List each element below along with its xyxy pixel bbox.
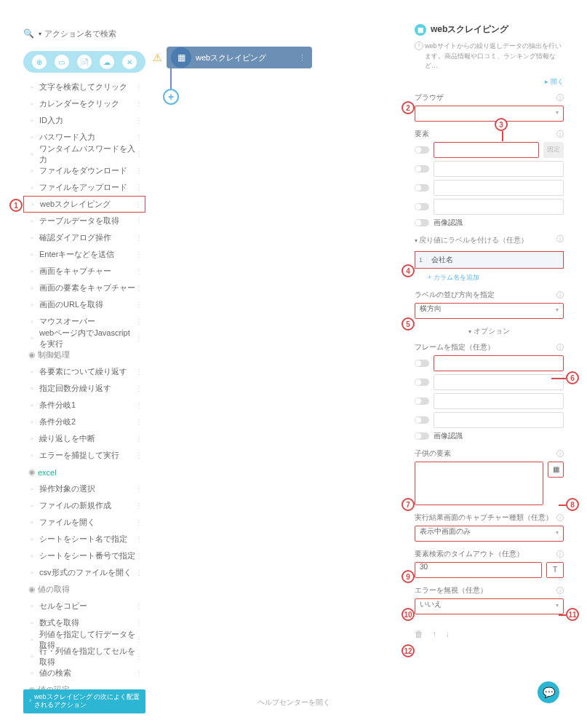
action-item[interactable]: ▫カレンダーをクリック⋮: [23, 95, 145, 112]
search-input[interactable]: [44, 29, 145, 38]
action-item[interactable]: ▫操作対象の選択⋮: [23, 480, 145, 497]
toggle-1[interactable]: [415, 146, 429, 154]
bottom-tip[interactable]: webスクレイピング の次によく配置されるアクション: [23, 689, 145, 713]
action-menu[interactable]: ⋮: [135, 451, 143, 459]
info-icon[interactable]: i: [556, 291, 564, 298]
action-menu[interactable]: ⋮: [135, 384, 143, 392]
action-item[interactable]: ▫ファイルの新規作成⋮: [23, 497, 145, 514]
action-item[interactable]: ▫指定回数分繰り返す⋮: [23, 380, 145, 397]
timeout-input[interactable]: 30: [415, 562, 542, 578]
action-item[interactable]: ▫文字を検索してクリック⋮: [23, 79, 145, 95]
action-menu[interactable]: ⋮: [135, 636, 143, 644]
action-item[interactable]: ▫エラーを捕捉して実行⋮: [23, 447, 145, 464]
element-input-4[interactable]: [434, 199, 564, 215]
toolbar-btn-1[interactable]: ⊕: [32, 55, 47, 69]
action-menu[interactable]: ⋮: [135, 234, 143, 242]
action-item[interactable]: ▫セルをコピー⋮: [23, 598, 145, 614]
action-menu[interactable]: ⋮: [135, 569, 143, 577]
timeout-unit-button[interactable]: T: [546, 562, 564, 578]
fix-button[interactable]: 固定: [543, 142, 564, 158]
image-recog-toggle-2[interactable]: [415, 432, 429, 440]
action-item[interactable]: ▫シートをシート名で指定⋮: [23, 531, 145, 547]
toggle-3[interactable]: [415, 184, 429, 191]
action-item[interactable]: ▫条件分岐2⋮: [23, 414, 145, 430]
action-menu[interactable]: ⋮: [135, 267, 143, 275]
toggle-f1[interactable]: [415, 360, 429, 367]
toolbar-btn-4[interactable]: ☁: [100, 55, 114, 69]
info-icon[interactable]: i: [556, 450, 564, 457]
action-menu[interactable]: ⋮: [135, 284, 143, 292]
action-menu[interactable]: ⋮: [135, 485, 143, 493]
action-menu[interactable]: ⋮: [135, 552, 143, 560]
child-side-button[interactable]: ▦: [548, 462, 564, 478]
frame-input-4[interactable]: [434, 412, 564, 428]
group-header[interactable]: ◉excel: [23, 464, 145, 480]
info-icon[interactable]: i: [556, 587, 564, 594]
element-input-1[interactable]: [434, 142, 539, 158]
image-recog-toggle[interactable]: [415, 219, 429, 226]
action-item[interactable]: ▫webスクレイピング⋮: [23, 196, 145, 213]
add-column-link[interactable]: + カラム名を追加: [428, 273, 564, 282]
collapse-toggle[interactable]: ▸ 開く: [415, 77, 564, 87]
chat-fab[interactable]: 💬: [538, 681, 559, 703]
group-header[interactable]: ◉値の取得: [23, 581, 145, 598]
options-section[interactable]: オプション: [415, 326, 564, 336]
node-menu-icon[interactable]: ⋮: [292, 53, 312, 63]
action-menu[interactable]: ⋮: [135, 83, 143, 91]
action-menu[interactable]: ⋮: [135, 334, 143, 342]
action-menu[interactable]: ⋮: [135, 200, 142, 208]
action-menu[interactable]: ⋮: [135, 401, 143, 409]
child-textarea[interactable]: [415, 462, 543, 505]
action-item[interactable]: ▫Enterキーなどを送信⋮: [23, 246, 145, 263]
action-menu[interactable]: ⋮: [135, 250, 143, 258]
action-menu[interactable]: ⋮: [135, 167, 143, 175]
action-menu[interactable]: ⋮: [135, 652, 143, 660]
action-item[interactable]: ▫画面をキャプチャー⋮: [23, 263, 145, 280]
label-row[interactable]: 1 会社名: [415, 251, 564, 269]
action-item[interactable]: ▫画面のURLを取得⋮: [23, 296, 145, 313]
help-center-link[interactable]: ヘルプセンターを開く: [257, 697, 330, 708]
element-input-2[interactable]: [434, 161, 564, 177]
action-item[interactable]: ▫webページ内でJavascriptを実行⋮: [23, 330, 145, 347]
action-item[interactable]: ▫画面の要素をキャプチャー⋮: [23, 280, 145, 296]
action-menu[interactable]: ⋮: [135, 217, 143, 225]
move-up-icon[interactable]: ↑: [432, 629, 436, 639]
action-menu[interactable]: ⋮: [135, 518, 143, 526]
action-item[interactable]: ▫ワンタイムパスワードを入力⋮: [23, 146, 145, 162]
action-item[interactable]: ▫行・列値を指定してセルを取得⋮: [23, 648, 145, 665]
action-item[interactable]: ▫ファイルをダウンロード⋮: [23, 162, 145, 179]
action-menu[interactable]: ⋮: [135, 602, 143, 610]
direction-select[interactable]: 横方向: [415, 303, 564, 319]
capture-select[interactable]: 表示中画面のみ: [415, 526, 564, 542]
search-icon[interactable]: 🔍: [23, 28, 34, 39]
action-item[interactable]: ▫ID入力⋮: [23, 112, 145, 129]
action-menu[interactable]: ⋮: [135, 116, 143, 124]
label-value[interactable]: 会社名: [427, 255, 563, 265]
add-node-button[interactable]: +: [163, 89, 179, 105]
delete-icon[interactable]: 🗑: [415, 629, 423, 639]
action-item[interactable]: ▫テーブルデータを取得⋮: [23, 213, 145, 229]
browser-select[interactable]: [415, 106, 564, 122]
frame-input-2[interactable]: [434, 374, 564, 390]
frame-input-1[interactable]: [434, 355, 564, 371]
action-menu[interactable]: ⋮: [135, 418, 143, 426]
action-menu[interactable]: ⋮: [135, 150, 143, 158]
action-menu[interactable]: ⋮: [135, 100, 143, 108]
element-input-3[interactable]: [434, 180, 564, 196]
move-down-icon[interactable]: ↓: [445, 629, 450, 639]
action-menu[interactable]: ⋮: [135, 183, 143, 191]
action-item[interactable]: ▫ファイルを開く⋮: [23, 514, 145, 531]
return-label-section[interactable]: 戻り値にラベルを付ける（任意） i: [415, 235, 564, 245]
action-item[interactable]: ▫csv形式のファイルを開く⋮: [23, 564, 145, 581]
action-item[interactable]: ▫ファイルをアップロード⋮: [23, 179, 145, 196]
action-menu[interactable]: ⋮: [135, 669, 143, 677]
action-menu[interactable]: ⋮: [135, 368, 143, 376]
toggle-f4[interactable]: [415, 416, 429, 424]
info-icon[interactable]: i: [556, 94, 564, 101]
ignore-error-select[interactable]: いいえ: [415, 598, 564, 614]
action-item[interactable]: ▫条件分岐1⋮: [23, 397, 145, 414]
action-menu[interactable]: ⋮: [135, 502, 143, 510]
action-menu[interactable]: ⋮: [135, 133, 143, 141]
info-icon[interactable]: i: [556, 130, 564, 138]
frame-input-3[interactable]: [434, 393, 564, 409]
